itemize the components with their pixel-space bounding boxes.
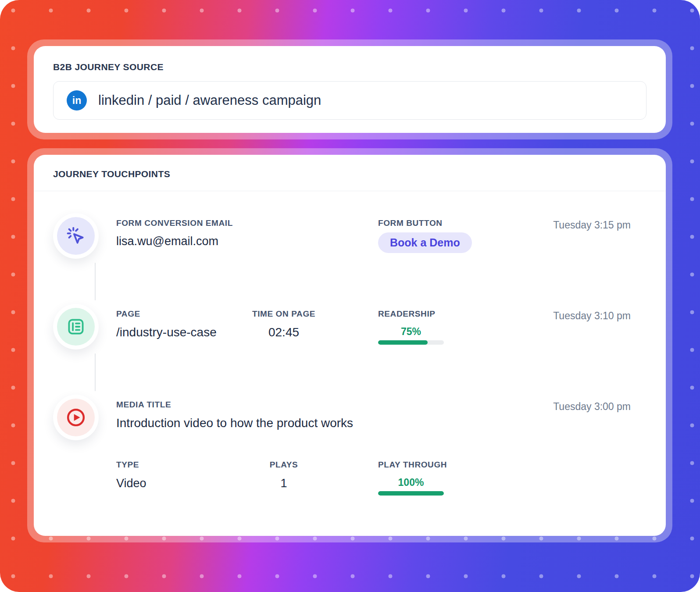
- time-on-page-label: TIME ON PAGE: [240, 310, 328, 318]
- journey-source-field[interactable]: in linkedin / paid / awareness campaign: [53, 81, 646, 120]
- play-through-percent: 100%: [378, 477, 444, 489]
- time-on-page-value: 02:45: [240, 325, 328, 339]
- form-email-value: lisa.wu@email.com: [116, 235, 328, 248]
- play-through-label: PLAY THROUGH: [378, 460, 537, 469]
- timeline-connector: [95, 353, 96, 391]
- timeline-connector: [95, 263, 96, 300]
- book-a-demo-button[interactable]: Book a Demo: [378, 232, 472, 253]
- touchpoints-card: JOURNEY TOUCHPOINTS: [34, 155, 666, 536]
- touchpoint-row-media: MEDIA TITLE Introduction video to how th…: [53, 395, 646, 441]
- journey-source-card-glow: B2B JOURNEY SOURCE in linkedin / paid / …: [27, 39, 672, 139]
- readership-progress-fill: [378, 340, 428, 345]
- media-title-value: Introduction video to how the product wo…: [116, 416, 537, 430]
- page-value: /industry-use-case: [116, 325, 240, 339]
- touchpoint-row-page: PAGE /industry-use-case TIME ON PAGE 02:…: [53, 304, 646, 350]
- touchpoints-list: FORM CONVERSION EMAIL lisa.wu@email.com …: [34, 191, 666, 536]
- play-through-progress: 100%: [378, 477, 444, 496]
- type-label: TYPE: [116, 460, 240, 469]
- touchpoints-card-glow: JOURNEY TOUCHPOINTS: [27, 148, 672, 542]
- type-value: Video: [116, 477, 240, 490]
- touchpoint-row-form: FORM CONVERSION EMAIL lisa.wu@email.com …: [53, 213, 646, 259]
- touchpoints-title: JOURNEY TOUCHPOINTS: [53, 169, 646, 179]
- play-through-progress-fill: [378, 491, 444, 496]
- timestamp: Tuesday 3:00 pm: [537, 395, 631, 412]
- form-button-label: FORM BUTTON: [378, 219, 537, 227]
- journey-source-title: B2B JOURNEY SOURCE: [53, 62, 646, 72]
- timestamp: Tuesday 3:15 pm: [537, 213, 631, 230]
- play-video-icon: [57, 399, 95, 436]
- touchpoints-header: JOURNEY TOUCHPOINTS: [34, 155, 666, 191]
- readership-label: READERSHIP: [378, 310, 537, 318]
- gradient-background: B2B JOURNEY SOURCE in linkedin / paid / …: [0, 0, 700, 592]
- media-title-label: MEDIA TITLE: [116, 400, 537, 409]
- form-email-label: FORM CONVERSION EMAIL: [116, 219, 328, 227]
- readership-percent: 75%: [378, 326, 444, 338]
- readership-progress: 75%: [378, 326, 444, 345]
- article-page-icon: [57, 308, 95, 346]
- plays-label: PLAYS: [240, 460, 328, 469]
- timestamp: Tuesday 3:10 pm: [537, 304, 631, 321]
- journey-source-value: linkedin / paid / awareness campaign: [98, 93, 321, 108]
- plays-value: 1: [240, 477, 328, 490]
- page-label: PAGE: [116, 310, 240, 318]
- cursor-click-icon: [57, 217, 95, 255]
- linkedin-icon: in: [67, 90, 87, 111]
- journey-source-card: B2B JOURNEY SOURCE in linkedin / paid / …: [34, 46, 666, 133]
- media-stats-row: TYPE Video PLAYS 1 PLAY THROUGH 100%: [53, 455, 646, 536]
